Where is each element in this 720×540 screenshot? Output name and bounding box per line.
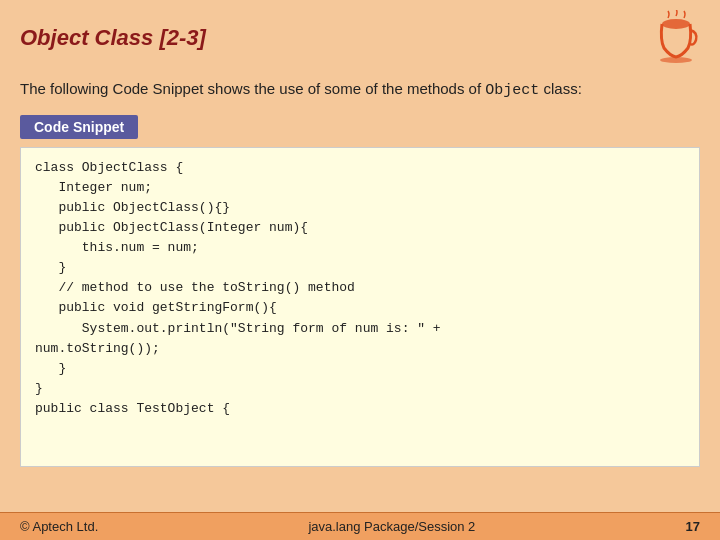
footer-page-number: 17	[686, 519, 700, 534]
code-block: class ObjectClass { Integer num; public …	[20, 147, 700, 467]
page-title: Object Class [2-3]	[20, 25, 206, 51]
intro-paragraph: The following Code Snippet shows the use…	[20, 78, 700, 103]
svg-point-0	[662, 19, 690, 29]
svg-point-1	[660, 57, 692, 63]
footer-copyright: © Aptech Ltd.	[20, 519, 98, 534]
header: Object Class [2-3]	[0, 0, 720, 74]
footer: © Aptech Ltd. java.lang Package/Session …	[0, 512, 720, 540]
code-snippet-label: Code Snippet	[20, 115, 138, 139]
object-class-code: Object	[485, 82, 539, 99]
java-logo-icon	[652, 10, 700, 66]
main-content: The following Code Snippet shows the use…	[0, 74, 720, 477]
footer-session: java.lang Package/Session 2	[308, 519, 475, 534]
